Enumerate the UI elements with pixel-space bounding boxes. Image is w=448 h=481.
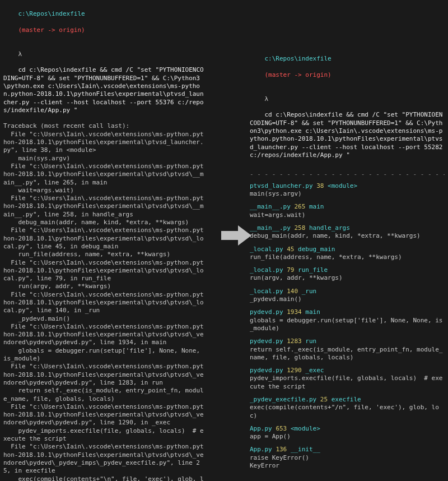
frame-func: main (305, 308, 320, 316)
frame-file: pydevd.py (250, 367, 283, 374)
frame-file: pydevd.py (250, 337, 283, 345)
traceback-frame: File "c:\Users\Iain\.vscode\extensions\m… (3, 443, 204, 481)
formatted-traceback: ptvsd_launcher.py 38 <module>main(sys.ar… (250, 182, 445, 470)
formatted-frame: _pydev_execfile.py 25 execfileexec(compi… (250, 396, 445, 420)
traceback-frame: File "c:\Users\Iain\.vscode\extensions\m… (3, 226, 204, 258)
frame-lineno: 25 (320, 396, 328, 403)
frame-code: globals = debugger.run(setup['file'], No… (250, 317, 445, 333)
command-line: λ cd c:\Repos\indexfile && cmd /C "set "… (250, 87, 445, 167)
frame-header: __main__.py 258 handle_args (250, 224, 445, 232)
frame-lineno: 45 (287, 246, 294, 253)
formatted-frame: pydevd.py 1290 _execpydev_imports.execfi… (250, 367, 445, 391)
frame-code: exec(compile(contents+"/n", file, 'exec'… (250, 404, 445, 420)
lambda-prompt: λ (18, 50, 22, 58)
frame-header: _local.py 79 run_file (250, 266, 445, 274)
traceback-frame: File "c:\Users\Iain\.vscode\extensions\m… (3, 363, 204, 403)
frame-file: _local.py (250, 288, 283, 295)
frame-file: _local.py (250, 246, 283, 253)
frame-code: app = App() (250, 433, 445, 441)
frame-file: _local.py (250, 266, 283, 274)
frame-func: _exec (305, 367, 324, 374)
traceback-frame: File "c:\Users\Iain\.vscode\extensions\m… (3, 323, 204, 363)
traceback-header: Traceback (most recent call last): (3, 122, 204, 130)
frame-func: main (309, 203, 324, 210)
prompt-branch: (master -> origin) (265, 71, 332, 78)
frame-lineno: 1290 (287, 367, 302, 374)
frame-code: pydev_imports.execfile(file, globals, lo… (250, 374, 445, 391)
frame-file: ptvsd_launcher.py (250, 182, 313, 189)
frame-file: _pydev_execfile.py (250, 396, 316, 403)
frame-code: raise KeyError() KeyError (250, 454, 445, 470)
frame-header: _local.py 140 _run (250, 288, 445, 295)
frame-func: handle_args (309, 224, 350, 232)
frame-file: pydevd.py (250, 308, 283, 316)
command-text: cd c:\Repos\indexfile && cmd /C "set "PY… (250, 111, 446, 158)
frame-code: main(sys.argv) (250, 190, 445, 198)
frame-header: ptvsd_launcher.py 38 <module> (250, 182, 445, 190)
frame-header: App.py 136 __init__ (250, 446, 445, 454)
traceback-frame: File "c:\Users\Iain\.vscode\extensions\m… (3, 291, 204, 323)
frame-func: <module> (328, 182, 357, 189)
frame-code: _pydevd.main() (250, 295, 445, 303)
frame-header: pydevd.py 1290 _exec (250, 367, 445, 374)
frame-header: pydevd.py 1283 run (250, 337, 445, 345)
traceback-frame: File "c:\Users\Iain\.vscode\extensions\m… (3, 163, 204, 195)
divider: - - - - - - - - - - - - - - - - - - - - … (250, 170, 445, 178)
formatted-frame: App.py 136 __init__raise KeyError() KeyE… (250, 446, 445, 470)
frame-code: run(argv, addr, **kwargs) (250, 274, 445, 282)
left-terminal: c:\Repos\indexfile (master -> origin) λ … (0, 0, 207, 481)
formatted-frame: App.py 653 <module>app = App() (250, 425, 445, 441)
frame-file: __main__.py (250, 203, 291, 210)
frame-header: App.py 653 <module> (250, 425, 445, 433)
frame-func: run (305, 337, 316, 345)
frame-lineno: 79 (287, 266, 294, 274)
frame-file: __main__.py (250, 224, 291, 232)
frame-code: run_file(address, name, *extra, **kwargs… (250, 253, 445, 261)
frame-func: _run (302, 288, 317, 295)
frame-func: run_file (298, 266, 328, 274)
prompt-line: c:\Repos\indexfile (master -> origin) (3, 2, 204, 42)
formatted-frame: _local.py 140 _run_pydevd.main() (250, 288, 445, 304)
prompt-line: c:\Repos\indexfile (master -> origin) (250, 47, 445, 87)
frame-code: return self._exec(is_module, entry_point… (250, 346, 445, 362)
frame-lineno: 653 (276, 425, 287, 432)
right-terminal: c:\Repos\indexfile (master -> origin) λ … (246, 45, 448, 477)
frame-file: App.py (250, 425, 272, 432)
traceback-frame: File "c:\Users\Iain\.vscode\extensions\m… (3, 259, 204, 291)
frame-func: execfile (332, 396, 361, 403)
frame-func: debug_main (298, 246, 335, 253)
frame-header: _pydev_execfile.py 25 execfile (250, 396, 445, 404)
frame-func: <module> (291, 425, 320, 432)
command-text: cd c:\Repos\indexfile && cmd /C "set "PY… (3, 66, 204, 113)
formatted-frame: _local.py 79 run_filerun(argv, addr, **k… (250, 266, 445, 283)
frame-lineno: 1283 (287, 337, 302, 345)
prompt-path: c:\Repos\indexfile (18, 10, 85, 17)
frame-lineno: 136 (276, 446, 287, 453)
frame-header: _local.py 45 debug_main (250, 246, 445, 253)
lambda-prompt: λ (265, 95, 269, 103)
frame-lineno: 258 (294, 224, 305, 232)
traceback-frame: File "c:\Users\Iain\.vscode\extensions\m… (3, 403, 204, 443)
traceback-frame: File "c:\Users\Iain\.vscode\extensions\m… (3, 131, 204, 163)
frame-code: debug_main(addr, name, kind, *extra, **k… (250, 232, 445, 240)
traceback-frames: File "c:\Users\Iain\.vscode\extensions\m… (3, 131, 204, 481)
frame-file: App.py (250, 446, 272, 453)
prompt-path: c:\Repos\indexfile (265, 55, 332, 62)
traceback-frame: File "c:\Users\Iain\.vscode\extensions\m… (3, 195, 204, 226)
formatted-frame: pydevd.py 1283 runreturn self._exec(is_m… (250, 337, 445, 362)
formatted-frame: __main__.py 258 handle_argsdebug_main(ad… (250, 224, 445, 240)
formatted-frame: _local.py 45 debug_mainrun_file(address,… (250, 246, 445, 262)
frame-header: __main__.py 265 main (250, 203, 445, 211)
frame-lineno: 265 (294, 203, 305, 210)
frame-func: __init__ (291, 446, 320, 453)
frame-code: wait=args.wait) (250, 211, 445, 219)
formatted-frame: __main__.py 265 mainwait=args.wait) (250, 203, 445, 219)
frame-lineno: 140 (287, 288, 298, 295)
command-line: λ cd c:\Repos\indexfile && cmd /C "set "… (3, 42, 204, 122)
frame-lineno: 1934 (287, 308, 302, 316)
formatted-frame: ptvsd_launcher.py 38 <module>main(sys.ar… (250, 182, 445, 198)
prompt-branch: (master -> origin) (18, 26, 85, 34)
frame-header: pydevd.py 1934 main (250, 308, 445, 316)
formatted-frame: pydevd.py 1934 mainglobals = debugger.ru… (250, 308, 445, 332)
frame-lineno: 38 (316, 182, 324, 189)
